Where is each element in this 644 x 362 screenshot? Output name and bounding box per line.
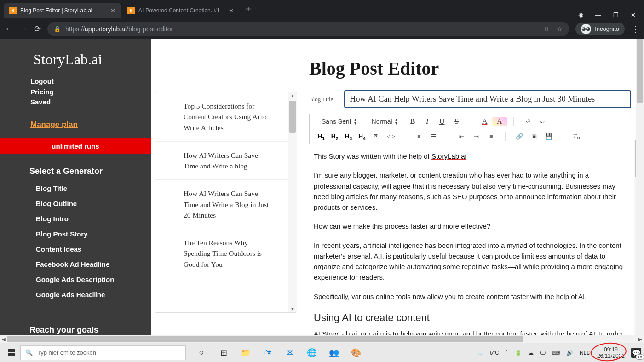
weather-icon[interactable]: ☁️ xyxy=(477,350,483,356)
menu-button[interactable]: ⋮ xyxy=(631,24,639,34)
tab-close-icon[interactable]: ✕ xyxy=(110,7,115,14)
blog-title-input[interactable] xyxy=(344,90,631,108)
tray-onedrive-icon[interactable]: ☁ xyxy=(528,350,534,356)
image-button[interactable]: ▣ xyxy=(527,133,541,140)
indent-button[interactable]: ⇥ xyxy=(469,133,484,140)
notifications-button[interactable]: 💬18 xyxy=(631,348,641,358)
app-body: StoryLab.ai Logout Pricing Saved Manage … xyxy=(0,39,644,335)
generator-google-ads-head[interactable]: Google Ads Headline xyxy=(36,287,151,302)
explorer-icon[interactable]: 📁 xyxy=(239,346,252,359)
save-icon[interactable]: 💾 xyxy=(541,133,556,140)
bg-color-button[interactable]: A xyxy=(492,117,507,126)
back-button[interactable]: ← xyxy=(5,24,13,34)
font-size-select[interactable]: Normal▴▾ xyxy=(364,118,405,125)
h3-button[interactable]: H3 xyxy=(341,132,355,141)
sidebar-link-pricing[interactable]: Pricing xyxy=(30,87,151,98)
star-icon[interactable]: ☆ xyxy=(557,25,563,33)
h4-button[interactable]: H4 xyxy=(355,132,369,141)
editor-main: Blog Post Editor Blog Title Sans Serif▴▾… xyxy=(297,39,644,335)
italic-button[interactable]: I xyxy=(420,117,435,126)
quote-button[interactable]: ❞ xyxy=(369,132,384,141)
code-button[interactable]: </> xyxy=(384,133,398,140)
superscript-button[interactable]: x² xyxy=(520,118,535,125)
generator-blog-intro[interactable]: Blog Intro xyxy=(36,211,151,226)
ol-button[interactable]: ≡ xyxy=(412,133,426,140)
forward-button[interactable]: → xyxy=(19,24,28,34)
reload-button[interactable]: ⟳ xyxy=(34,24,41,34)
incognito-badge[interactable]: ◕◕ Incognito xyxy=(575,23,625,35)
content-link-storylab[interactable]: StoryLab.ai xyxy=(322,330,357,335)
tracking-icon[interactable]: 👁̸ xyxy=(544,25,548,33)
taskbar-search[interactable]: 🔍 Typ hier om te zoeken xyxy=(20,345,186,360)
tray-battery-icon[interactable]: 🔋 xyxy=(515,350,522,356)
suggestions-scrollbar[interactable]: ▲ ▼ xyxy=(288,92,297,312)
mail-icon[interactable]: ✉ xyxy=(283,346,296,359)
generator-facebook-ad[interactable]: Facebook Ad Headline xyxy=(36,257,151,272)
new-tab-button[interactable]: + xyxy=(240,4,257,15)
tray-clock[interactable]: 09:19 26/11/2021 xyxy=(597,346,625,359)
content-link-storylab[interactable]: StoryLab.ai xyxy=(431,152,466,160)
sidebar-link-logout[interactable]: Logout xyxy=(30,76,151,87)
teams-icon[interactable]: 👥 xyxy=(328,346,340,359)
h2-button[interactable]: H2 xyxy=(328,132,342,141)
tab-close-icon[interactable]: ✕ xyxy=(229,7,234,14)
sidebar: StoryLab.ai Logout Pricing Saved Manage … xyxy=(0,39,151,335)
store-icon[interactable]: 🛍 xyxy=(261,346,274,359)
tab-active[interactable]: S Blog Post Editor | StoryLab.ai ✕ xyxy=(4,3,121,18)
sidebar-link-manage-plan[interactable]: Manage plan xyxy=(30,119,151,131)
subscript-button[interactable]: x₂ xyxy=(535,118,550,125)
close-icon[interactable]: ✕ xyxy=(631,11,636,18)
scroll-right-icon[interactable]: ▶ xyxy=(637,337,644,342)
chrome-avatar-icon[interactable]: ◉ xyxy=(578,11,583,18)
start-button[interactable] xyxy=(3,346,20,360)
generator-blog-post-story[interactable]: Blog Post Story xyxy=(36,226,151,241)
strike-button[interactable]: S xyxy=(449,117,464,126)
ul-button[interactable]: ☰ xyxy=(426,133,441,140)
editor-content[interactable]: This Story was written with the help of … xyxy=(309,144,631,335)
suggestion-item[interactable]: Top 5 Considerations for Content Creator… xyxy=(155,92,297,142)
address-bar[interactable]: 🔒 https://app.storylab.ai/blog-post-edit… xyxy=(47,22,569,36)
horizontal-scrollbar[interactable]: ◀ ▶ xyxy=(0,335,644,343)
suggestion-item[interactable]: How AI Writers Can Save Time and Write a… xyxy=(155,180,297,229)
underline-button[interactable]: U xyxy=(435,117,449,126)
page-scrollbar[interactable] xyxy=(636,39,644,335)
logo[interactable]: StoryLab.ai xyxy=(0,51,151,76)
tab-inactive[interactable]: S AI-Powered Content Creation. #1 ✕ xyxy=(122,3,239,18)
generator-blog-outline[interactable]: Blog Outline xyxy=(36,196,151,211)
scrollbar-thumb[interactable] xyxy=(637,39,643,103)
font-family-select[interactable]: Sans Serif▴▾ xyxy=(314,118,364,125)
generator-google-ads-desc[interactable]: Google Ads Description xyxy=(36,272,151,287)
paint-icon[interactable]: 🎨 xyxy=(350,346,362,359)
text-color-button[interactable]: A xyxy=(477,117,492,126)
browser-chrome: S Blog Post Editor | StoryLab.ai ✕ S AI-… xyxy=(0,0,644,39)
align-button[interactable]: ≡ xyxy=(484,133,499,140)
outdent-button[interactable]: ⇤ xyxy=(454,133,469,140)
link-button[interactable]: 🔗 xyxy=(512,133,527,140)
weather-temp[interactable]: 6°C xyxy=(490,350,499,356)
taskbar: 🔍 Typ hier om te zoeken ○ ⊞ 📁 🛍 ✉ 🌐 👥 🎨 … xyxy=(0,343,644,362)
scrollbar-thumb[interactable] xyxy=(289,101,296,133)
scrollbar-thumb[interactable] xyxy=(7,336,523,342)
content-link-seo[interactable]: SEO xyxy=(453,193,467,201)
task-view-icon[interactable]: ⊞ xyxy=(217,346,230,359)
chrome-icon[interactable]: 🌐 xyxy=(305,346,318,359)
tray-keyboard-icon[interactable]: ⌨ xyxy=(552,350,560,356)
maximize-icon[interactable]: ❐ xyxy=(613,11,619,18)
cortana-icon[interactable]: ○ xyxy=(195,346,208,359)
generator-content-ideas[interactable]: Content Ideas xyxy=(36,241,151,257)
tray-volume-icon[interactable]: 🔊 xyxy=(566,350,573,356)
tray-display-icon[interactable]: 🖵 xyxy=(540,350,546,356)
h1-button[interactable]: H1 xyxy=(314,132,328,141)
tray-language[interactable]: NLD xyxy=(580,350,591,356)
bold-button[interactable]: B xyxy=(405,117,420,126)
suggestion-item[interactable]: The Ten Reasons Why Spending Time Outdoo… xyxy=(155,229,297,278)
suggestion-item[interactable]: How AI Writers Can Save Time and Write a… xyxy=(155,142,297,180)
generator-blog-title[interactable]: Blog Title xyxy=(36,181,151,196)
tab-label: AI-Powered Content Creation. #1 xyxy=(138,7,225,14)
sidebar-link-saved[interactable]: Saved xyxy=(30,97,151,108)
minimize-icon[interactable]: — xyxy=(595,11,601,18)
scroll-left-icon[interactable]: ◀ xyxy=(0,337,7,342)
tray-chevron-icon[interactable]: ˄ xyxy=(506,350,508,356)
content-heading: Using AI to create content xyxy=(314,310,627,326)
clear-format-button[interactable]: T✕ xyxy=(569,132,584,141)
